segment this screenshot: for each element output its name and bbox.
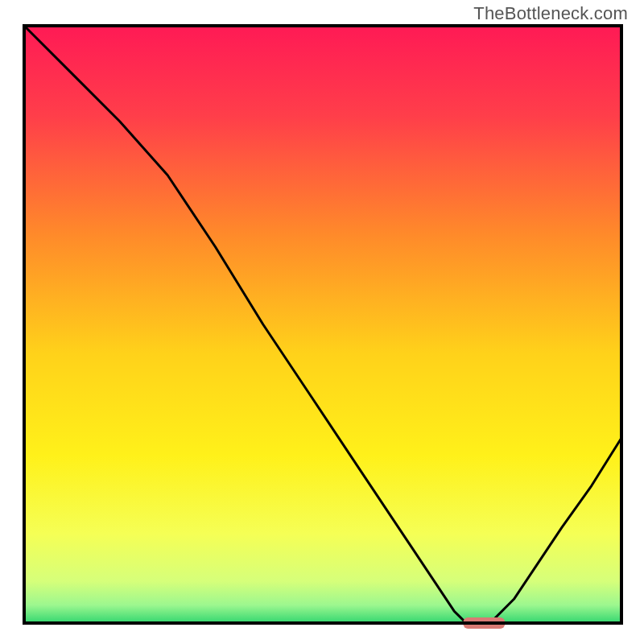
chart-container: { "watermark": "TheBottleneck.com", "cha…	[0, 0, 644, 644]
watermark-text: TheBottleneck.com	[473, 3, 628, 24]
bottleneck-chart	[0, 0, 644, 644]
